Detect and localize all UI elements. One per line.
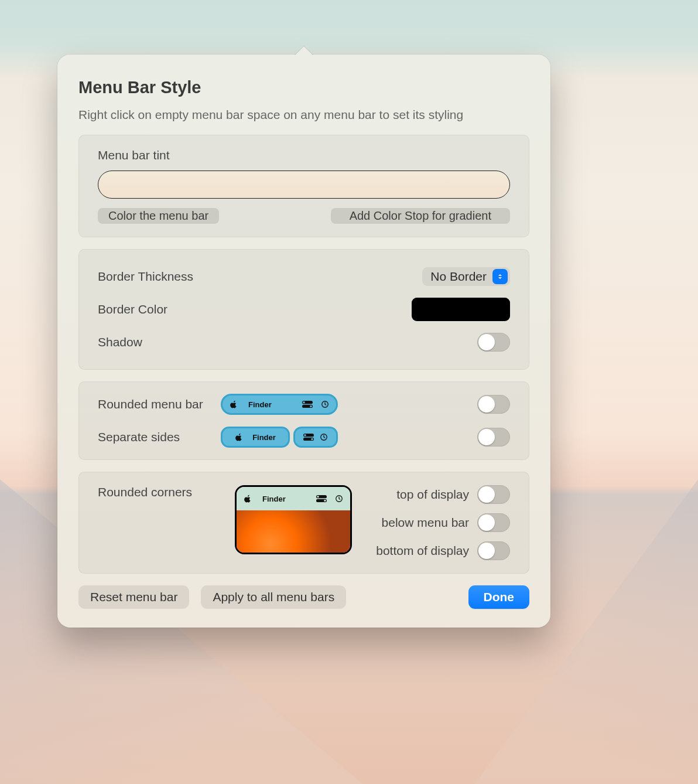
popover-title: Menu Bar Style xyxy=(78,78,529,97)
control-center-icon xyxy=(302,401,313,408)
clock-icon xyxy=(335,495,343,503)
control-center-icon xyxy=(316,495,327,502)
rounded-menu-bar-preview: Finder xyxy=(221,394,338,415)
rounded-corners-label: Rounded corners xyxy=(98,485,221,499)
reset-menu-bar-button[interactable]: Reset menu bar xyxy=(78,585,189,609)
apply-all-button[interactable]: Apply to all menu bars xyxy=(201,585,346,609)
apple-icon xyxy=(230,400,238,408)
clock-icon xyxy=(321,400,329,408)
border-thickness-label: Border Thickness xyxy=(98,270,221,284)
preview-finder-text: Finder xyxy=(248,400,272,409)
border-group: Border Thickness No Border Border Color … xyxy=(78,249,529,370)
svg-point-13 xyxy=(324,500,326,502)
done-button[interactable]: Done xyxy=(468,585,530,609)
tint-group: Menu bar tint Color the menu bar Add Col… xyxy=(78,135,529,237)
separate-sides-preview: Finder xyxy=(221,427,338,448)
shadow-label: Shadow xyxy=(98,335,221,349)
corner-below-label: below menu bar xyxy=(382,516,469,530)
svg-point-1 xyxy=(303,401,304,403)
border-thickness-value: No Border xyxy=(430,270,487,284)
control-center-icon xyxy=(303,434,314,441)
menu-bar-style-popover: Menu Bar Style Right click on empty menu… xyxy=(57,54,550,628)
popover-subtitle: Right click on empty menu bar space on a… xyxy=(78,108,529,122)
border-color-label: Border Color xyxy=(98,302,221,316)
tint-label: Menu bar tint xyxy=(98,148,510,162)
border-color-well[interactable] xyxy=(412,298,510,321)
apple-icon xyxy=(235,433,243,441)
border-thickness-dropdown[interactable]: No Border xyxy=(422,267,510,286)
rounded-menu-bar-toggle[interactable] xyxy=(477,395,510,414)
separate-sides-toggle[interactable] xyxy=(477,428,510,446)
wallpaper-preview xyxy=(237,510,350,553)
preview-finder-text: Finder xyxy=(252,433,276,442)
rounded-menu-bar-label: Rounded menu bar xyxy=(98,397,221,411)
rounded-group: Rounded menu bar Finder Separate sides xyxy=(78,381,529,460)
svg-point-11 xyxy=(317,496,319,497)
tint-color-well[interactable] xyxy=(98,171,510,199)
updown-icon xyxy=(492,269,508,284)
svg-point-3 xyxy=(310,405,312,407)
shadow-toggle[interactable] xyxy=(477,333,510,352)
footer: Reset menu bar Apply to all menu bars Do… xyxy=(78,585,529,609)
separate-sides-label: Separate sides xyxy=(98,430,221,444)
corner-bottom-toggle[interactable] xyxy=(477,541,510,560)
preview-finder-text: Finder xyxy=(262,495,286,503)
corner-bottom-label: bottom of display xyxy=(376,544,469,558)
rounded-corners-preview: Finder xyxy=(235,485,352,554)
corner-top-toggle[interactable] xyxy=(477,485,510,504)
clock-icon xyxy=(320,433,328,441)
corner-below-toggle[interactable] xyxy=(477,513,510,532)
corner-top-label: top of display xyxy=(396,488,469,502)
rounded-corners-group: Rounded corners Finder top of display b xyxy=(78,472,529,574)
apple-icon xyxy=(244,495,252,503)
add-color-stop-button[interactable]: Add Color Stop for gradient xyxy=(331,208,510,224)
color-menu-bar-button[interactable]: Color the menu bar xyxy=(98,208,219,224)
svg-point-6 xyxy=(304,434,306,436)
svg-point-8 xyxy=(311,438,313,440)
